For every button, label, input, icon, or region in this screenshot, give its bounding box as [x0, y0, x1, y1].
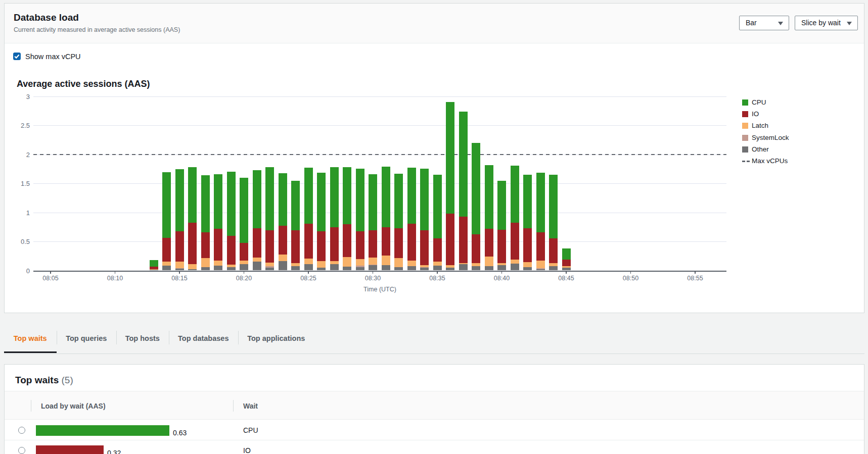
x-axis-tick: [373, 272, 374, 274]
bar-segment-latch: [523, 262, 532, 267]
active-tab-underline: [4, 351, 57, 353]
stacked-bar-08:39[interactable]: [485, 165, 493, 270]
top-waits-title: Top waits (5): [15, 375, 73, 386]
x-axis-tick: [695, 272, 696, 274]
stacked-bar-08:34[interactable]: [420, 169, 429, 270]
stacked-bar-08:13[interactable]: [150, 260, 158, 270]
y-axis-label: 1.5: [10, 180, 30, 187]
bar-segment-other: [304, 264, 313, 271]
gridline-y-3: [33, 96, 726, 97]
stacked-bar-08:43[interactable]: [536, 173, 545, 271]
stacked-bar-08:24[interactable]: [291, 181, 300, 271]
waits-table-body: 0.63CPU0.32IO: [5, 420, 864, 454]
stacked-bar-08:18[interactable]: [214, 174, 222, 270]
stacked-bar-08:27[interactable]: [330, 167, 339, 270]
stacked-bar-08:32[interactable]: [394, 174, 403, 270]
stacked-bar-08:37[interactable]: [459, 112, 468, 271]
row-radio-button[interactable]: [18, 427, 25, 434]
stacked-bar-08:22[interactable]: [265, 167, 274, 270]
load-value: 0.32: [107, 449, 121, 454]
tab-top-waits[interactable]: Top waits: [4, 327, 57, 354]
stacked-bar-08:45[interactable]: [562, 248, 571, 270]
bar-segment-io: [188, 223, 197, 265]
bar-segment-latch: [304, 259, 313, 264]
stacked-bar-08:17[interactable]: [201, 175, 210, 271]
column-header-load[interactable]: Load by wait (AAS): [41, 402, 106, 410]
tab-top-queries[interactable]: Top queries: [57, 327, 117, 354]
bar-segment-cpu: [330, 167, 339, 227]
bar-segment-io: [472, 234, 480, 263]
bar-segment-cpu: [523, 175, 532, 228]
stacked-bar-08:28[interactable]: [343, 167, 351, 270]
bar-segment-other: [162, 266, 171, 271]
bar-segment-latch: [369, 258, 377, 265]
stacked-bar-08:25[interactable]: [304, 168, 313, 271]
bar-segment-latch: [214, 261, 222, 266]
stacked-bar-08:14[interactable]: [162, 172, 171, 270]
bar-segment-latch: [201, 258, 210, 267]
stacked-bar-08:20[interactable]: [240, 178, 248, 270]
stacked-bar-08:44[interactable]: [549, 175, 558, 270]
bar-segment-io: [369, 230, 377, 258]
stacked-bar-08:33[interactable]: [407, 168, 416, 271]
legend-label: Other: [752, 146, 769, 153]
bar-segment-cpu: [279, 173, 287, 226]
stacked-bar-08:41[interactable]: [511, 166, 519, 271]
bar-segment-io: [485, 229, 493, 257]
bar-segment-latch: [343, 257, 351, 267]
x-axis-label: 08:45: [550, 275, 582, 282]
bar-segment-cpu: [201, 175, 210, 232]
stacked-bar-08:19[interactable]: [227, 172, 236, 271]
bar-segment-cpu: [291, 181, 300, 230]
x-axis-tick: [115, 272, 116, 274]
bar-segment-cpu: [549, 175, 558, 238]
y-axis-label: 0.5: [10, 238, 30, 245]
bar-segment-latch: [485, 257, 493, 266]
stacked-bar-08:30[interactable]: [369, 174, 377, 270]
y-axis-label: 0: [10, 268, 30, 274]
stacked-bar-08:29[interactable]: [356, 169, 364, 270]
bar-segment-cpu: [433, 175, 442, 238]
stacked-bar-08:15[interactable]: [175, 169, 184, 271]
stacked-bar-08:16[interactable]: [188, 167, 197, 270]
stacked-bar-08:38[interactable]: [472, 143, 480, 270]
bar-segment-io: [317, 231, 326, 261]
stacked-bar-08:23[interactable]: [279, 173, 287, 271]
tab-label: Top queries: [57, 334, 117, 342]
bar-segment-other: [497, 265, 506, 271]
tab-top-hosts[interactable]: Top hosts: [116, 327, 169, 354]
legend-label: IO: [752, 111, 759, 118]
row-radio-button[interactable]: [18, 447, 25, 454]
stacked-bar-08:40[interactable]: [497, 181, 506, 271]
bar-segment-other: [394, 267, 403, 271]
bar-segment-other: [291, 266, 300, 270]
bar-segment-latch: [382, 256, 390, 265]
bar-segment-latch: [317, 261, 326, 268]
stacked-bar-08:42[interactable]: [523, 175, 532, 271]
table-row-cpu[interactable]: 0.63CPU: [5, 420, 864, 440]
bar-segment-other: [459, 264, 468, 271]
bar-segment-io: [549, 238, 558, 263]
tab-top-databases[interactable]: Top databases: [169, 327, 239, 354]
bar-segment-cpu: [240, 178, 248, 243]
bar-segment-other: [214, 266, 222, 270]
bar-segment-io: [253, 228, 261, 258]
bar-segment-cpu: [253, 170, 261, 228]
gridline-y-1: [33, 213, 726, 213]
x-axis-line: [33, 271, 726, 272]
bar-segment-other: [433, 266, 442, 270]
column-header-wait[interactable]: Wait: [243, 402, 258, 410]
stacked-bar-08:31[interactable]: [382, 167, 390, 271]
bar-segment-io: [511, 223, 519, 259]
tab-top-applications[interactable]: Top applications: [238, 327, 314, 354]
legend-swatch-icon: [742, 123, 748, 129]
table-row-io[interactable]: 0.32IO: [5, 440, 864, 454]
stacked-bar-08:21[interactable]: [253, 170, 261, 270]
stacked-bar-08:36[interactable]: [446, 102, 454, 271]
bar-segment-cpu: [343, 167, 351, 224]
gridline-y-0.5: [33, 241, 726, 242]
stacked-bar-08:26[interactable]: [317, 173, 326, 270]
bar-segment-other: [240, 264, 248, 270]
stacked-bar-08:35[interactable]: [433, 175, 442, 270]
bar-segment-latch: [175, 262, 184, 268]
